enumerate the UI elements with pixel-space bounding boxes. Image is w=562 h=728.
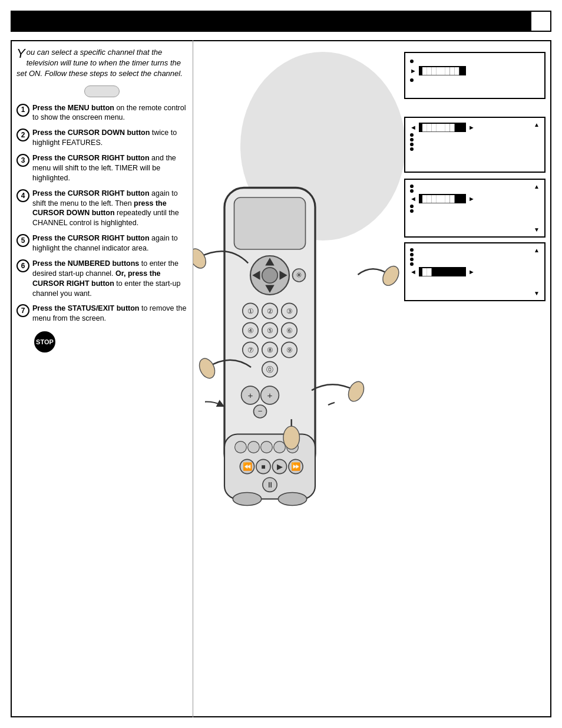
- svg-point-41: [287, 442, 299, 453]
- bullet-icon: [410, 258, 414, 261]
- step-3-num: 3: [16, 154, 29, 167]
- menu-item: [410, 258, 540, 261]
- step-4-num: 4: [16, 189, 29, 202]
- arrow-left-icon: ◄: [410, 195, 416, 202]
- svg-point-38: [248, 442, 260, 453]
- menu-item-highlighted: ► ████████: [410, 66, 540, 75]
- menu-item: [410, 58, 540, 65]
- svg-point-39: [261, 442, 273, 453]
- bullet-icon: [410, 262, 414, 266]
- step-3: 3 Press the CURSOR RIGHT button and the …: [16, 153, 187, 183]
- arrow-up-icon: ▲: [534, 247, 540, 253]
- svg-text:+: +: [267, 390, 273, 400]
- svg-text:⏩: ⏩: [291, 462, 301, 472]
- svg-text:■: ■: [261, 463, 265, 471]
- step-5-text: Press the CURSOR RIGHT button again to h…: [32, 233, 187, 253]
- svg-text:⑥: ⑥: [286, 327, 293, 335]
- step-1: 1 Press the MENU button on the remote co…: [16, 103, 187, 123]
- step-1-text: Press the MENU button on the remote cont…: [32, 103, 187, 123]
- menu-item-highlighted: ◄ ███████ ►: [410, 194, 540, 203]
- bullet-icon: [410, 147, 414, 151]
- left-instruction-panel: Y ou can select a specific channel that …: [11, 40, 193, 717]
- menu-item-highlighted: ◄ ██ ►: [410, 267, 540, 276]
- arrow-left-icon: ◄: [410, 124, 416, 131]
- arrow-right-icon: ►: [468, 124, 475, 131]
- bullet-icon: [410, 143, 414, 146]
- step-6-text: Press the NUMBERED buttons to enter the …: [32, 259, 187, 299]
- stop-icon: STOP: [34, 331, 55, 353]
- svg-text:−: −: [258, 407, 263, 416]
- svg-point-53: [278, 493, 306, 506]
- step-2-num: 2: [16, 129, 29, 141]
- step-2-text: Press the CURSOR DOWN button twice to hi…: [32, 128, 187, 148]
- svg-point-58: [345, 379, 366, 404]
- menu-item: [410, 205, 540, 208]
- step-7-text: Press the STATUS/EXIT button to remove t…: [32, 304, 187, 324]
- arrow-down-icon: ▼: [534, 290, 540, 297]
- svg-text:▶: ▶: [277, 462, 283, 471]
- svg-text:③: ③: [286, 307, 293, 315]
- menu-item: [410, 138, 540, 141]
- page-number-box: [530, 11, 551, 32]
- bullet-icon: [410, 205, 414, 208]
- bullet-icon: [410, 209, 414, 213]
- menu-item: [410, 253, 540, 256]
- svg-text:⑧: ⑧: [267, 346, 273, 354]
- svg-text:⏸: ⏸: [266, 480, 274, 489]
- svg-text:①: ①: [247, 307, 254, 315]
- highlighted-menu-text: ██: [419, 267, 466, 276]
- svg-text:⏪: ⏪: [243, 462, 253, 472]
- arrow-up-icon: ▲: [534, 121, 540, 128]
- bullet-icon: [410, 133, 414, 137]
- arrow-right-icon: ►: [468, 195, 475, 202]
- stop-label: STOP: [36, 338, 54, 345]
- step-1-num: 1: [16, 104, 29, 117]
- arrow-right-icon: ►: [468, 268, 475, 275]
- menu-screen-3: ▲ ▼ ◄ ███████ ►: [404, 179, 546, 238]
- arrow-down-icon: ▼: [534, 226, 540, 233]
- arrow-right-icon: ►: [410, 67, 416, 74]
- svg-text:⑨: ⑨: [286, 346, 293, 354]
- remote-button-icon: [84, 85, 120, 97]
- step-7-num: 7: [16, 304, 29, 317]
- intro-body: ou can select a specific channel that th…: [16, 48, 183, 78]
- big-letter-y: Y: [16, 47, 25, 60]
- menu-item: [410, 133, 540, 137]
- menu-screen-1: ► ████████: [404, 52, 546, 99]
- right-illustration-panel: ✳ ① ② ③ ④ ⑤ ⑥ ⑦ ⑧ ⑨ ⓪: [193, 40, 551, 717]
- bullet-icon: [410, 253, 414, 256]
- svg-text:+: +: [248, 390, 253, 400]
- menu-item: [410, 77, 540, 84]
- svg-text:④: ④: [247, 327, 254, 335]
- bullet-icon: [410, 185, 414, 188]
- step-6-num: 6: [16, 259, 29, 272]
- svg-point-7: [262, 268, 277, 283]
- remote-control-illustration: ✳ ① ② ③ ④ ⑤ ⑥ ⑦ ⑧ ⑨ ⓪: [205, 58, 335, 694]
- svg-rect-1: [234, 197, 306, 249]
- step-4-text: Press the CURSOR RIGHT button again to s…: [32, 189, 187, 229]
- svg-point-56: [379, 263, 402, 288]
- step-4: 4 Press the CURSOR RIGHT button again to…: [16, 189, 187, 229]
- svg-point-40: [274, 442, 286, 453]
- step-5: 5 Press the CURSOR RIGHT button again to…: [16, 233, 187, 253]
- menu-screen-2: ▲ ◄ ███████ ►: [404, 117, 546, 173]
- menu-item: [410, 209, 540, 213]
- svg-text:⑤: ⑤: [267, 327, 273, 335]
- step-5-num: 5: [16, 234, 29, 247]
- bullet-icon: [410, 189, 414, 193]
- bullet-icon: [410, 60, 414, 63]
- menu-screen-4: ▲ ▼ ◄ ██ ►: [404, 242, 546, 301]
- step-2: 2 Press the CURSOR DOWN button twice to …: [16, 128, 187, 148]
- svg-text:⑦: ⑦: [247, 346, 254, 354]
- highlighted-menu-text: ███████: [419, 194, 466, 203]
- svg-point-37: [235, 442, 247, 453]
- arrow-up-icon: ▲: [534, 183, 540, 190]
- menu-item: [410, 185, 540, 188]
- bullet-icon: [410, 138, 414, 141]
- menu-item: [410, 143, 540, 146]
- svg-text:⓪: ⓪: [266, 365, 273, 374]
- highlighted-menu-text: ████████: [419, 66, 466, 75]
- highlighted-menu-text: ███████: [419, 123, 466, 132]
- menu-screens-column: ► ████████ ▲ ◄ ███████ ►: [404, 52, 546, 306]
- step-7: 7 Press the STATUS/EXIT button to remove…: [16, 304, 187, 324]
